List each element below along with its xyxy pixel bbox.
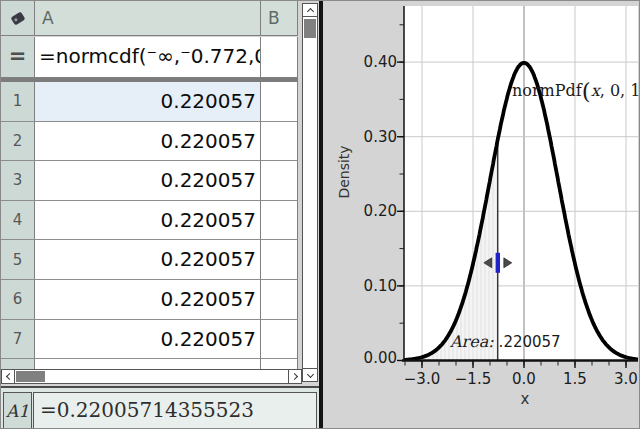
scroll-down-button[interactable]	[303, 368, 317, 381]
area-annotation-prefix: Area:	[450, 332, 494, 351]
table-row: 1 0.220057	[1, 82, 298, 122]
cell-a8[interactable]: 0.220057	[35, 359, 261, 369]
y-tick-label: 0.00	[364, 349, 397, 367]
cell-a6[interactable]: 0.220057	[35, 280, 261, 320]
scroll-right-button[interactable]	[288, 370, 301, 383]
x-axis-title: x	[521, 390, 530, 408]
tag-icon	[10, 11, 25, 25]
row-header[interactable]: 5	[1, 240, 35, 280]
table-row: 5 0.220057	[1, 240, 298, 280]
cell-a3[interactable]: 0.220057	[35, 161, 261, 201]
vertical-scroll-thumb[interactable]	[304, 19, 316, 38]
column-formula-cell-b[interactable]	[261, 37, 298, 78]
column-formula-cell[interactable]: =normcdf(⁻∞,⁻0.772,0	[35, 37, 261, 78]
vertical-scrollbar[interactable]	[302, 3, 318, 382]
y-tick-label: 0.30	[364, 128, 397, 146]
cell-a1[interactable]: 0.220057	[35, 82, 261, 122]
cell-b2[interactable]	[261, 122, 298, 162]
cursor-grab-bar	[496, 253, 500, 273]
chevron-left-icon	[5, 373, 12, 380]
horizontal-scrollbar[interactable]	[1, 369, 302, 384]
sheet-corner-cell[interactable]	[1, 1, 35, 36]
cell-b5[interactable]	[261, 240, 298, 280]
column-header-b[interactable]: B	[261, 1, 298, 36]
cell-b8[interactable]	[261, 359, 298, 369]
table-row: 7 0.220057	[1, 320, 298, 360]
row-header[interactable]: 4	[1, 201, 35, 241]
cell-b7[interactable]	[261, 320, 298, 360]
horizontal-scroll-thumb[interactable]	[16, 371, 45, 382]
row-header[interactable]: 8	[1, 359, 35, 369]
row-header[interactable]: 2	[1, 122, 35, 162]
func-open-paren: (	[582, 78, 591, 104]
cell-reference-badge: A1	[3, 392, 32, 429]
x-tick-label: 0.0	[512, 370, 536, 388]
y-tick-label: 0.10	[364, 277, 397, 295]
table-row: 3 0.220057	[1, 161, 298, 201]
cell-b3[interactable]	[261, 161, 298, 201]
curve-function-label[interactable]: normPdf(x, 0, 1)	[512, 78, 640, 104]
plot-panel: 0.40 0.30 0.20 0.10 0.00 −3.0 −1.5 0.0 1…	[323, 1, 640, 429]
cell-value-field[interactable]: =0.22005714355523	[33, 392, 317, 429]
normal-distribution-plot: 0.40 0.30 0.20 0.10 0.00 −3.0 −1.5 0.0 1…	[323, 1, 640, 429]
y-tick-label: 0.40	[364, 53, 397, 71]
spreadsheet-panel: A B = =normcdf(⁻∞,⁻0.772,0 1 0.220057 2 …	[1, 1, 319, 429]
row-header[interactable]: 3	[1, 161, 35, 201]
sheet-rows: 1 0.220057 2 0.220057 3 0.220057 4 0.220…	[1, 82, 298, 369]
func-name: normPdf	[512, 81, 582, 100]
chevron-up-icon	[306, 7, 313, 14]
cell-a7[interactable]: 0.220057	[35, 320, 261, 360]
status-bar: A1 =0.22005714355523	[1, 386, 319, 429]
table-row: 6 0.220057	[1, 280, 298, 320]
func-arg: x	[591, 81, 600, 100]
row-header[interactable]: 6	[1, 280, 35, 320]
table-row: 8 0.220057	[1, 359, 298, 369]
formula-row-header: =	[1, 37, 35, 78]
row-header[interactable]: 1	[1, 82, 35, 122]
row-header[interactable]: 7	[1, 320, 35, 360]
cell-b1[interactable]	[261, 82, 298, 122]
tinspire-window: A B = =normcdf(⁻∞,⁻0.772,0 1 0.220057 2 …	[0, 0, 640, 429]
cell-a4[interactable]: 0.220057	[35, 201, 261, 241]
x-tick-label: 3.0	[614, 370, 638, 388]
x-tick-label: 1.5	[563, 370, 587, 388]
cell-b6[interactable]	[261, 280, 298, 320]
area-annotation-value: .220057	[499, 333, 561, 351]
y-tick-label: 0.20	[364, 202, 397, 220]
scroll-up-button[interactable]	[303, 4, 317, 17]
chevron-right-icon	[290, 373, 297, 380]
cell-a2[interactable]: 0.220057	[35, 122, 261, 162]
plot-area[interactable]	[404, 6, 638, 361]
column-header-a[interactable]: A	[35, 1, 261, 36]
x-tick-label: −3.0	[404, 370, 440, 388]
func-params: , 0, 1	[600, 81, 640, 100]
chevron-down-icon	[306, 370, 313, 377]
y-axis-title: Density	[336, 145, 352, 198]
cell-a5[interactable]: 0.220057	[35, 240, 261, 280]
table-row: 4 0.220057	[1, 201, 298, 241]
scroll-left-button[interactable]	[2, 370, 15, 383]
x-tick-label: −1.5	[455, 370, 491, 388]
area-annotation[interactable]: Area:.220057	[450, 332, 561, 351]
cell-b4[interactable]	[261, 201, 298, 241]
table-row: 2 0.220057	[1, 122, 298, 162]
